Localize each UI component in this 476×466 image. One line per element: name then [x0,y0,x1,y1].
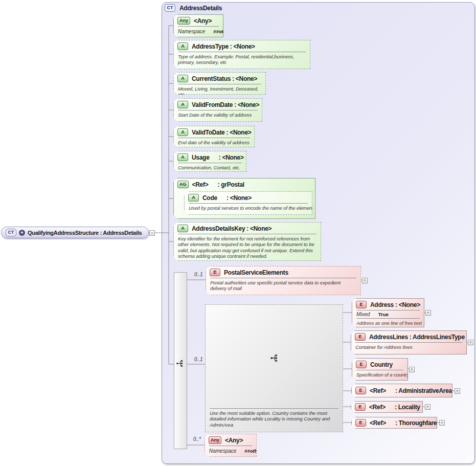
expand-button-country[interactable]: + [409,367,415,372]
complex-type-title: AddressDetails [179,5,222,12]
derived-type-icon: + [19,230,25,236]
attribute-annotation: Used by postal services to encode the na… [185,204,312,212]
attribute-title: Usage : <None> [192,154,244,161]
expand-button-addresslines[interactable]: + [468,340,473,345]
attribute-box-usage[interactable]: A Usage : <None> Communication, Contact,… [173,151,246,172]
element-badge: E [210,269,220,276]
attribute-annotation: Type of address. Example: Postal, reside… [174,53,310,67]
element-title: <Ref> : Locality [369,404,420,411]
attribute-badge: A [177,128,188,136]
element-annotation: Address as one line of free text [352,319,424,327]
attribute-group-badge: AG [177,181,189,188]
attribute-box-validfromdate[interactable]: A ValidFromDate : <None> Start Date of t… [173,98,262,122]
mixed-label: Mixed [356,312,370,317]
attribute-badge: A [177,75,188,82]
choice-compositor-icon [270,353,279,363]
element-box-addresslines[interactable]: E AddressLines : AddressLinesType Contai… [351,330,467,354]
expand-button-locality[interactable]: + [425,404,430,410]
attribute-title: CurrentStatus : <None> [192,75,257,82]
any-badge: Any [177,17,190,25]
choice-note-text: Use the most suitable option. Country co… [206,409,343,429]
mixed-value: True [378,312,389,317]
attribute-box-addresstype[interactable]: A AddressType : <None> Type of address. … [173,40,310,69]
occurrence-label: 0..* [193,436,201,442]
any-badge: Any [209,436,221,444]
collapse-button-root[interactable]: − [149,230,155,236]
namespace-label: Namespace [209,448,236,454]
element-box-address[interactable]: E Address : <None> Mixed True Address as… [352,298,424,327]
element-badge: E [356,361,367,368]
element-annotation: Postal authorities use specific postal s… [206,279,360,293]
expand-button-thoroughfare[interactable]: + [439,420,445,426]
complex-type-badge: CT [165,4,175,12]
namespace-label: Namespace [178,29,205,34]
expand-button-administrativearea[interactable]: + [455,388,460,394]
element-box-thoroughfare[interactable]: E <Ref> : Thoroughfare [351,417,437,429]
root-node-title: QualifyingAddressStructure : AddressDeta… [28,230,142,236]
expand-button-address[interactable]: + [425,310,431,316]
choice-compositor-box[interactable]: Use the most suitable option. Country co… [205,304,343,432]
occurrence-label: 0..1 [194,357,203,362]
attribute-badge: A [177,153,188,161]
any-element-box-bottom[interactable]: Any <Any> Namespace ##other [205,434,257,457]
element-annotation: Specification of a country [352,371,407,379]
attribute-box-validtodate[interactable]: A ValidToDate : <None> End date of the v… [173,126,255,147]
any-title: <Any> [225,437,243,444]
element-badge: E [355,387,366,394]
attribute-group-title: <Ref> : grPostal [192,181,244,188]
attribute-title: AddressDetailsKey : <None> [192,225,271,232]
element-badge: E [355,419,366,427]
attribute-badge: A [177,101,188,108]
element-title: PostalServiceElements [224,269,288,276]
attribute-badge: A [177,225,188,232]
root-ct-badge: CT [6,229,16,236]
element-box-postalserviceelements[interactable]: E PostalServiceElements Postal authoriti… [206,266,361,295]
element-badge: E [355,333,366,341]
sequence-compositor-icon [176,359,185,368]
element-badge: E [355,403,366,411]
element-box-country[interactable]: E Country Specification of a country [352,358,408,381]
attribute-badge: A [177,42,188,50]
element-title: <Ref> : AdministrativeArea [370,387,452,394]
element-box-locality[interactable]: E <Ref> : Locality [351,401,423,413]
occurrence-label: 0..1 [194,272,203,277]
expand-button-postalserviceelements[interactable]: + [362,278,368,283]
attribute-box-currentstatus[interactable]: A CurrentStatus : <None> Moved, Living, … [173,72,266,95]
attribute-title: ValidFromDate : <None> [192,101,259,108]
attribute-badge: A [188,194,199,202]
element-title: Country [370,361,393,368]
element-title: <Ref> : Thoroughfare [370,419,437,427]
attribute-annotation: End date of the validity of address [174,139,254,147]
element-annotation: Container for Address lines [351,343,466,351]
attribute-annotation: Key identifier for the element for not r… [174,235,321,261]
element-badge: E [356,301,367,308]
attribute-group-box-grpostal[interactable]: AG <Ref> : grPostal A Code : <None> Used… [173,178,315,219]
attribute-title: Code : <None> [202,194,252,202]
attribute-title: ValidToDate : <None> [192,129,251,136]
any-title: <Any> [194,17,212,25]
element-box-administrativearea[interactable]: E <Ref> : AdministrativeArea [351,384,452,397]
attribute-box-code[interactable]: A Code : <None> Used by postal services … [184,191,312,215]
attribute-box-addressdetailskey[interactable]: A AddressDetailsKey : <None> Key identif… [173,222,321,261]
attribute-annotation: Start Date of the validity of address [174,111,262,119]
attribute-title: AddressType : <None> [192,43,255,50]
element-title: AddressLines : AddressLinesType [369,334,465,341]
attribute-annotation: Communication, Contact, etc. [174,164,246,172]
schema-diagram: CT AddressDetails CT + QualifyingAddress… [0,0,476,466]
any-attribute-box-top[interactable]: Any <Any> Namespace ##other [173,14,223,37]
root-node-qualifyingaddressstructure[interactable]: CT + QualifyingAddressStructure : Addres… [1,227,149,238]
element-title: Address : <None> [370,301,420,308]
